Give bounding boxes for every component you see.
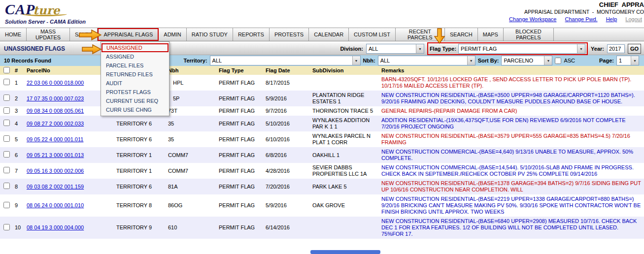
nbh-select[interactable]: ALL ▼ [378, 56, 475, 65]
tab-blocked-parcels[interactable]: BLOCKED PARCELS [504, 28, 554, 41]
tab-sales[interactable]: SALES [70, 28, 98, 41]
flag-date-cell: 7/20/2016 [264, 179, 310, 194]
select-all-checkbox[interactable] [3, 67, 10, 73]
tab-home[interactable]: HOME [0, 28, 27, 41]
subdivision-cell: PLANTATION RIDGE ESTATES 1 [310, 91, 379, 106]
parcel-link[interactable]: 09 05 21 3 000 001.013 [27, 152, 84, 158]
help-link[interactable]: Help [606, 16, 617, 22]
row-checkbox[interactable] [3, 79, 10, 85]
territory-label: Territory: [183, 58, 207, 64]
parcel-link[interactable]: 09 03 08 2 002 001.159 [27, 184, 84, 190]
tab-ratio-study[interactable]: RATIO STUDY [187, 28, 233, 41]
parcel-link[interactable]: 22 03 06 0 000 018.000 [27, 80, 84, 86]
page-title: UNASSIGNED FLAGS [0, 45, 65, 52]
subdivision-cell [310, 75, 379, 91]
menu-item-audit[interactable]: AUDIT [101, 79, 169, 88]
menu-item-curr-use-chng[interactable]: CURR USE CHNG [101, 105, 169, 114]
menu-item-current-use-req[interactable]: CURRENT USE REQ [101, 96, 169, 105]
nbh-cell: 73T [166, 106, 217, 116]
tab-appraisal-flags[interactable]: APPRAISAL FLAGS [98, 28, 159, 41]
change-pwd-link[interactable]: Change Pwd. [565, 16, 598, 22]
tab-maps[interactable]: MAPS [478, 28, 504, 41]
parcel-link[interactable]: 09 05 16 3 000 002.006 [27, 168, 84, 174]
col-header-flag-type[interactable]: Flag Type [217, 66, 264, 75]
table-row: 10 08 04 19 3 000 004.000 TERRITORY 9 61… [0, 217, 644, 239]
flag-type-select[interactable]: PERMIT FLAG ▼ [458, 44, 585, 54]
row-checkbox[interactable] [3, 95, 10, 101]
col-header-flag-date[interactable]: Flag Date [264, 66, 310, 75]
table-row: 3 09 08 34 0 008 005.061 TERRITORY 7 73T… [0, 106, 644, 116]
menu-item-assigned[interactable]: ASSIGNED [101, 52, 169, 61]
col-header-num[interactable]: # [13, 66, 25, 75]
row-checkbox[interactable] [3, 183, 10, 189]
tab-mass-updates[interactable]: MASS UPDATES [27, 28, 70, 41]
app-header: CAPture Solution Server - CAMA Edition C… [0, 0, 644, 28]
year-input[interactable] [607, 44, 625, 53]
parcel-link[interactable]: 09 08 34 0 008 005.061 [27, 108, 84, 114]
row-checkbox[interactable] [3, 202, 10, 208]
parcel-link[interactable]: 09 05 22 4 000 001.011 [27, 136, 83, 142]
tab-protests[interactable]: PROTESTS [270, 28, 309, 41]
remarks-cell: NEW CONSTRUCTION RESIDENTIAL-(BASE=1378 … [381, 180, 641, 192]
remarks-cell: NEW CONSTRUCTION RESIDENTIAL-(BASE=6840 … [381, 218, 637, 237]
tab-search[interactable]: SEARCH [445, 28, 478, 41]
remarks-cell: NEW CONSTRUCTION RESIDENTIAL-(BASE=3500 … [381, 92, 635, 104]
table-row: 4 09 08 27 2 000 002.033 TERRITORY 6 35 … [0, 116, 644, 131]
row-checkbox[interactable] [3, 120, 10, 126]
nbh-cell: 5P [166, 91, 217, 106]
division-select-value: ALL [367, 46, 416, 52]
menu-item-protest-flags[interactable]: PROTEST FLAGS [101, 88, 169, 96]
row-checkbox[interactable] [3, 107, 10, 114]
flag-type-cell: PERMIT FLAG [217, 106, 264, 116]
tab-reports[interactable]: REPORTS [233, 28, 270, 41]
flags-table: # ParcelNo Territory Nbh Flag Type Flag … [0, 66, 644, 239]
sort-by-select-value: PARCELNO [502, 58, 544, 64]
tab-custom-list[interactable]: CUSTOM LIST [349, 28, 396, 41]
tab-admin[interactable]: ADMIN [159, 28, 186, 41]
parcel-link[interactable]: 09 08 27 2 000 002.033 [27, 121, 84, 127]
horizontal-scrollbar-thumb[interactable] [310, 250, 380, 254]
table-header-row: # ParcelNo Territory Nbh Flag Type Flag … [0, 66, 644, 75]
table-row: 5 09 05 22 4 000 001.011 TERRITORY 6 35 … [0, 131, 644, 147]
flag-type-cell: PERMIT FLAG [217, 75, 264, 91]
subdivision-cell [310, 217, 379, 239]
row-checkbox[interactable] [3, 224, 10, 230]
col-header-nbh[interactable]: Nbh [166, 66, 217, 75]
menu-item-parcel-files[interactable]: PARCEL FILES [101, 61, 169, 70]
sort-by-select[interactable]: PARCELNO ▼ [501, 56, 552, 65]
menu-item-unassigned[interactable]: UNASSIGNED [102, 43, 169, 52]
parcel-link[interactable]: 08 06 24 0 000 001.010 [27, 202, 84, 208]
page-select[interactable]: 1 ▼ [616, 56, 639, 65]
row-checkbox[interactable] [3, 167, 10, 173]
table-row: 2 17 07 35 0 000 007.023 5P PERMIT FLAG … [0, 91, 644, 106]
subdivision-cell: WYNLAKES ADDITION PAR K 1 1 [310, 116, 379, 131]
remarks-cell: GENERAL REPAIRS-(REPAIR DAMAGE FROM A CA… [381, 108, 517, 114]
flag-type-select-value: PERMIT FLAG [459, 46, 577, 52]
col-header-subdivision[interactable]: SubDivision [310, 66, 379, 75]
tab-recent-parcels[interactable]: RECENT PARCELS [396, 28, 445, 41]
logout-link[interactable]: Logout [625, 16, 642, 22]
flag-date-cell: 5/10/2016 [264, 116, 310, 131]
territory-select[interactable]: ALL ▼ [210, 56, 361, 65]
flag-date-cell: 6/10/2016 [264, 131, 310, 147]
flag-date-cell: 8/17/2015 [264, 75, 310, 91]
records-bar: 10 Records Found Territory: ALL ▼ Nbh: A… [0, 55, 644, 66]
row-num: 4 [13, 116, 25, 131]
row-checkbox[interactable] [3, 151, 10, 158]
parcel-link[interactable]: 08 04 19 3 000 004.000 [27, 224, 84, 230]
flag-date-cell: 9/7/2016 [264, 106, 310, 116]
col-header-remarks[interactable]: Remarks [379, 66, 644, 75]
territory-cell: TERRITORY 8 [114, 194, 166, 217]
nbh-cell: 81A [166, 179, 217, 194]
parcel-link[interactable]: 17 07 35 0 000 007.023 [27, 95, 84, 101]
nbh-cell: 610 [166, 217, 217, 239]
go-button[interactable]: GO [628, 44, 641, 54]
division-select[interactable]: ALL ▼ [366, 44, 424, 54]
territory-cell: TERRITORY 6 [114, 131, 166, 147]
asc-checkbox[interactable] [555, 58, 561, 64]
row-checkbox[interactable] [3, 135, 10, 142]
tab-calendar[interactable]: CALENDAR [309, 28, 349, 41]
change-workspace-link[interactable]: Change Workspace [509, 16, 556, 22]
subdivision-cell: SEVIER DABBS PROPERTIES LLC 1A [310, 163, 379, 179]
menu-item-returned-files[interactable]: RETURNED FILES [101, 70, 169, 79]
